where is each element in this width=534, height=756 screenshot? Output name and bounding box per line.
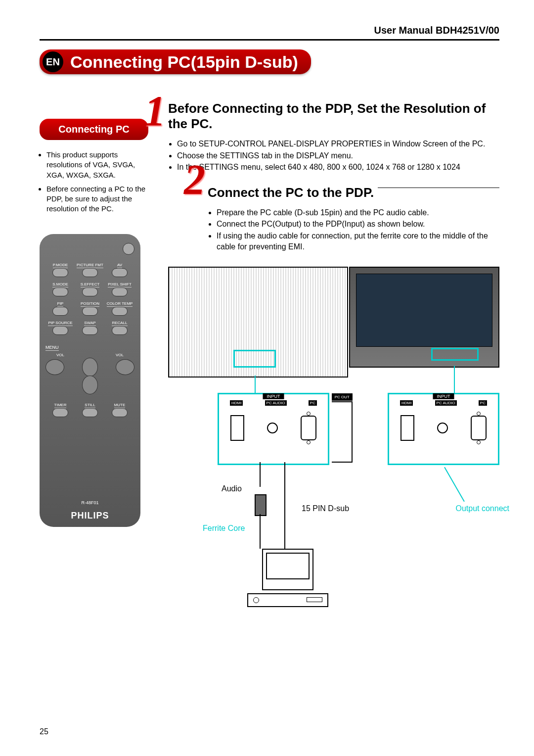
dsub-port-icon [301, 416, 316, 440]
wire-icon [260, 514, 261, 549]
step-number: 1 [144, 90, 166, 132]
step-bullet: Choose the SETTINGS tab in the DISPLAY m… [177, 150, 499, 161]
remote-button [52, 326, 68, 335]
step-title: Connect the PC to the PDP. [208, 185, 378, 200]
port-label: HDMI [400, 400, 413, 406]
wire-icon [260, 462, 261, 487]
connection-diagram: INPUT HDMI PC AUDIO PC PC OUT I [168, 267, 499, 603]
audio-port-icon [267, 423, 278, 433]
pin-label: 15 PIN D-sub [302, 504, 349, 513]
wire-icon [284, 462, 285, 549]
remote-button [82, 268, 98, 277]
ferrite-core-icon [255, 494, 267, 516]
step-title: Before Connecting to the PDP, Set the Re… [168, 101, 499, 132]
step-bullet: If using the audio cable for connection,… [217, 231, 499, 252]
remote-label: POSITION [81, 301, 99, 307]
sidebar-text: This product supports resolutions of VGA… [40, 150, 148, 214]
remote-button [82, 326, 98, 335]
page-title: Connecting PC(15pin D-sub) [70, 52, 298, 72]
input-panel-pc: INPUT HDMI PC AUDIO PC [388, 393, 499, 465]
remote-label: TIMER [54, 403, 67, 408]
remote-label: PIP SOURCE [48, 321, 72, 326]
port-label: PC [479, 400, 487, 406]
arrow-line [444, 467, 465, 502]
ferrite-core-label: Ferrite Core [203, 524, 245, 533]
port-label: PC [309, 400, 317, 406]
page-number: 25 [40, 727, 48, 736]
arrow-line [454, 366, 455, 393]
remote-label: SWAP [84, 321, 95, 326]
remote-label: PIXEL SHIFT [108, 282, 132, 287]
remote-button [52, 268, 68, 277]
remote-button [52, 307, 68, 316]
input-label: INPUT [433, 393, 454, 399]
remote-button [52, 287, 68, 296]
remote-label: PICTURE FMT [77, 263, 103, 268]
remote-button [82, 408, 98, 417]
remote-button [112, 268, 128, 277]
language-badge: EN [43, 51, 63, 72]
remote-label: S.MODE [52, 282, 68, 287]
remote-label: MUTE [114, 403, 126, 408]
step-bullet: In the SETTINGS menu, select 640 x 480, … [177, 162, 499, 173]
dsub-port-icon [471, 416, 487, 440]
power-button-icon [123, 243, 134, 255]
sidebar-heading: Connecting PC [40, 119, 148, 140]
remote-label: P.MODE [53, 263, 68, 268]
pc-out-label: PC OUT [332, 393, 353, 401]
remote-button [82, 307, 98, 316]
arrow-line [255, 376, 256, 393]
input-label: INPUT [263, 393, 284, 399]
remote-label: COLOR TEMP [107, 301, 133, 307]
hdmi-port-icon [400, 415, 414, 441]
remote-button [112, 307, 128, 316]
audio-port-icon [437, 423, 448, 433]
nav-button [45, 359, 64, 375]
nav-button [82, 376, 98, 394]
audio-label: Audio [222, 484, 242, 493]
remote-label: PIP [57, 301, 64, 307]
pc-tower-icon [247, 593, 328, 607]
port-label: HDMI [230, 400, 243, 406]
input-panel-pdp: INPUT HDMI PC AUDIO PC PC OUT [218, 393, 329, 465]
remote-button [112, 326, 128, 335]
remote-button [112, 287, 128, 296]
output-connect-label: Output connect [455, 504, 509, 513]
step-bullet: Prepare the PC cable (D-sub 15pin) and t… [217, 207, 499, 218]
sidebar-bullet: Before connecting a PC to the PDP, be su… [46, 184, 148, 214]
page-title-bar: EN Connecting PC(15pin D-sub) [40, 49, 311, 74]
port-label: PC AUDIO [265, 400, 287, 406]
monitor-icon [262, 549, 313, 590]
step-bullet: Connect the PC(Output) to the PDP(Input)… [217, 219, 499, 230]
sidebar-bullet: This product supports resolutions of VGA… [46, 150, 148, 180]
remote-button [52, 408, 68, 417]
remote-model: R-48F01 [40, 500, 140, 505]
vol-label: VOL [56, 353, 64, 357]
hdmi-port-icon [230, 415, 244, 441]
remote-button [112, 408, 128, 417]
step-bullet: Go to SETUP-CONTROL PANEL-DISPLAY PROPER… [177, 139, 499, 149]
nav-button [116, 359, 134, 375]
remote-control: P.MODE PICTURE FMT AV S.MODE S.EFFECT PI… [40, 234, 140, 527]
menu-label: MENU [45, 345, 59, 351]
remote-button [82, 287, 98, 296]
tv-back-icon [168, 267, 348, 378]
step-number: 2 [184, 158, 205, 201]
port-label: PC AUDIO [435, 400, 457, 406]
nav-button [82, 358, 98, 377]
remote-label: AV [117, 263, 122, 268]
remote-label: RECALL [112, 321, 127, 326]
remote-label: STILL [85, 403, 95, 408]
remote-label: S.EFFECT [81, 282, 100, 287]
vol-label: VOL [116, 353, 124, 357]
manual-header: User Manual BDH4251V/00 [40, 25, 499, 41]
tv-front-icon [349, 267, 499, 368]
remote-brand: PHILIPS [40, 511, 140, 521]
